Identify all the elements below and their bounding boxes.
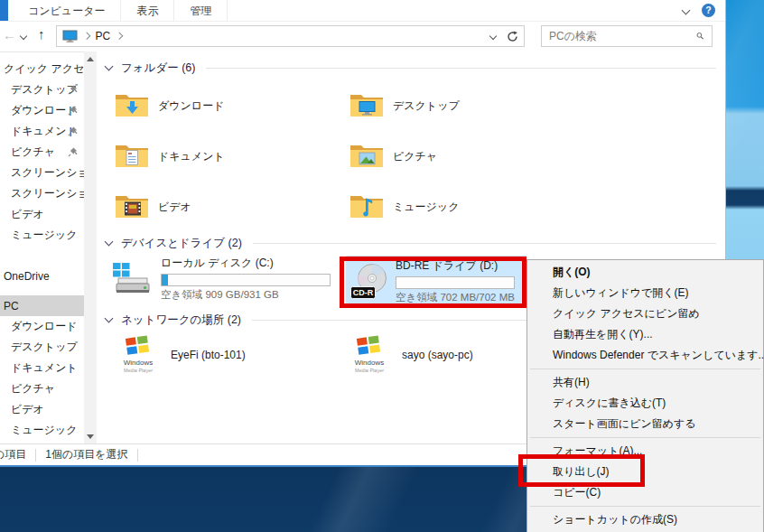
- folder-item-documents[interactable]: ドキュメント: [115, 136, 322, 176]
- folder-item-desktop[interactable]: デスクトップ: [349, 86, 557, 126]
- menu-separator: [530, 506, 760, 507]
- menu-item-format[interactable]: フォーマット(A)...: [527, 441, 763, 462]
- sidebar-item-screenshots[interactable]: スクリーンショット: [0, 163, 84, 183]
- cd-drive-icon: CD-R: [350, 263, 390, 301]
- svg-text:Windows: Windows: [355, 359, 384, 367]
- menu-item-share[interactable]: 共有(H): [527, 372, 763, 393]
- network-item-sayo[interactable]: Windows Media Player sayo (sayo-pc): [348, 334, 473, 376]
- address-bar[interactable]: PC: [56, 25, 525, 47]
- pictures-folder-icon: [349, 142, 384, 171]
- sidebar-item-videos[interactable]: ビデオ: [0, 399, 84, 420]
- folder-item-music[interactable]: ミュージック: [349, 187, 557, 227]
- sidebar-item-desktop[interactable]: デスクトップ: [0, 337, 84, 358]
- sidebar-item-screenshots[interactable]: スクリーンショット: [0, 183, 84, 204]
- hard-drive-icon: [111, 261, 153, 297]
- up-button[interactable]: ↑: [38, 26, 45, 42]
- items-count-text: の項目: [0, 447, 26, 462]
- pin-icon: [68, 147, 78, 157]
- desktop-folder-icon: [349, 91, 384, 120]
- refresh-icon[interactable]: [507, 31, 518, 42]
- scroll-up-icon[interactable]: [87, 57, 94, 61]
- windows-media-player-icon: Windows Media Player: [348, 335, 393, 375]
- videos-folder-icon: [115, 192, 149, 221]
- search-icon[interactable]: [696, 30, 704, 42]
- svg-text:Media Player: Media Player: [124, 368, 153, 373]
- menu-item-defender-scan[interactable]: Windows Defender でスキャンしています...: [527, 345, 763, 366]
- sidebar-item-pc[interactable]: PC: [0, 295, 84, 316]
- menu-separator: [530, 437, 760, 438]
- sidebar-item-pictures[interactable]: ピクチャ: [0, 142, 84, 163]
- menu-item-open[interactable]: 開く(O): [527, 262, 763, 283]
- pc-icon: [62, 30, 78, 42]
- cdr-badge: CD-R: [353, 288, 374, 297]
- selection-count-text: 1個の項目を選択: [45, 447, 127, 462]
- documents-folder-icon: [115, 142, 149, 171]
- search-input[interactable]: [542, 30, 696, 42]
- collapse-section-icon[interactable]: [105, 314, 114, 323]
- sidebar-item-documents[interactable]: ドキュメント: [0, 121, 84, 142]
- sidebar-item-music[interactable]: ミュージック: [0, 225, 84, 246]
- sidebar-item-pictures[interactable]: ピクチャ: [0, 378, 84, 399]
- help-icon[interactable]: ?: [702, 4, 715, 17]
- menu-item-open-new-window[interactable]: 新しいウィンドウで開く(E): [527, 283, 763, 303]
- ribbon-collapse-icon[interactable]: [682, 6, 691, 15]
- breadcrumb-separator-icon: [83, 33, 90, 40]
- scroll-down-icon[interactable]: [87, 434, 94, 439]
- section-header-folders: フォルダー (6): [104, 61, 716, 75]
- pin-icon: [68, 85, 78, 95]
- menu-item-burn-disc[interactable]: ディスクに書き込む(T): [527, 393, 763, 414]
- search-box[interactable]: [541, 25, 713, 47]
- capacity-bar: [396, 276, 515, 289]
- breadcrumb-separator-icon: [116, 33, 123, 40]
- file-tab-fragment[interactable]: [0, 0, 8, 21]
- sidebar-item-music[interactable]: ミュージック: [0, 420, 84, 441]
- music-folder-icon: [349, 192, 384, 221]
- downloads-folder-icon: [115, 91, 149, 120]
- windows-media-player-icon: Windows Media Player: [116, 335, 162, 375]
- address-dropdown-icon[interactable]: [489, 33, 497, 40]
- address-toolbar: ← ↑ PC: [0, 22, 725, 52]
- sidebar-item-documents[interactable]: ドキュメント: [0, 358, 84, 378]
- collapse-section-icon[interactable]: [105, 62, 114, 71]
- sidebar-item-onedrive[interactable]: OneDrive: [0, 266, 84, 286]
- sidebar-scrollbar[interactable]: [84, 51, 97, 444]
- recent-locations-icon[interactable]: [20, 33, 27, 40]
- drive-item-bdre-d[interactable]: CD-R BD-RE ドライブ (D:) 空き領域 702 MB/702 MB: [346, 256, 526, 307]
- menu-item-copy[interactable]: コピー(C): [527, 482, 763, 503]
- folder-item-videos[interactable]: ビデオ: [115, 187, 322, 227]
- capacity-bar: [161, 274, 331, 286]
- drive-item-local-disk-c[interactable]: ローカル ディスク (C:) 空き領域 909 GB/931 GB: [111, 256, 331, 302]
- sidebar-item-downloads[interactable]: ダウンロード: [0, 100, 84, 121]
- folder-item-downloads[interactable]: ダウンロード: [115, 86, 322, 126]
- sidebar-item-desktop[interactable]: デスクトップ: [0, 79, 84, 100]
- ribbon-tab-row: コンピューター 表示 管理 ?: [0, 0, 725, 22]
- back-button[interactable]: ←: [3, 27, 16, 42]
- menu-item-create-shortcut[interactable]: ショートカットの作成(S): [527, 509, 763, 530]
- context-menu: 開く(O) 新しいウィンドウで開く(E) クイック アクセスにピン留め 自動再生…: [526, 259, 764, 532]
- tab-view[interactable]: 表示: [121, 0, 174, 21]
- tab-manage[interactable]: 管理: [174, 0, 228, 21]
- menu-item-autoplay[interactable]: 自動再生を開く(Y)...: [527, 324, 763, 345]
- menu-item-eject[interactable]: 取り出し(J): [527, 462, 763, 482]
- network-item-eyefi[interactable]: Windows Media Player EyeFi (bto-101): [116, 334, 246, 376]
- collapse-section-icon[interactable]: [105, 238, 114, 247]
- menu-item-pin-start[interactable]: スタート画面にピン留めする: [527, 414, 763, 434]
- pin-icon: [68, 126, 78, 136]
- sidebar-item-quick-access[interactable]: クイック アクセス: [0, 59, 84, 79]
- svg-text:Media Player: Media Player: [355, 368, 384, 373]
- tab-computer[interactable]: コンピューター: [13, 0, 121, 21]
- sidebar-item-videos[interactable]: ビデオ: [0, 204, 84, 225]
- menu-item-pin-quick-access[interactable]: クイック アクセスにピン留め: [527, 303, 763, 324]
- section-header-drives: デバイスとドライブ (2): [104, 236, 716, 250]
- pin-icon: [68, 106, 78, 116]
- menu-separator: [530, 369, 760, 369]
- sidebar-item-downloads[interactable]: ダウンロード: [0, 316, 84, 337]
- navigation-pane: クイック アクセス デスクトップ ダウンロード ドキュメント ピクチャ スクリー…: [0, 51, 84, 444]
- breadcrumb-pc[interactable]: PC: [96, 30, 111, 42]
- svg-text:Windows: Windows: [124, 359, 153, 367]
- folder-item-pictures[interactable]: ピクチャ: [349, 136, 557, 176]
